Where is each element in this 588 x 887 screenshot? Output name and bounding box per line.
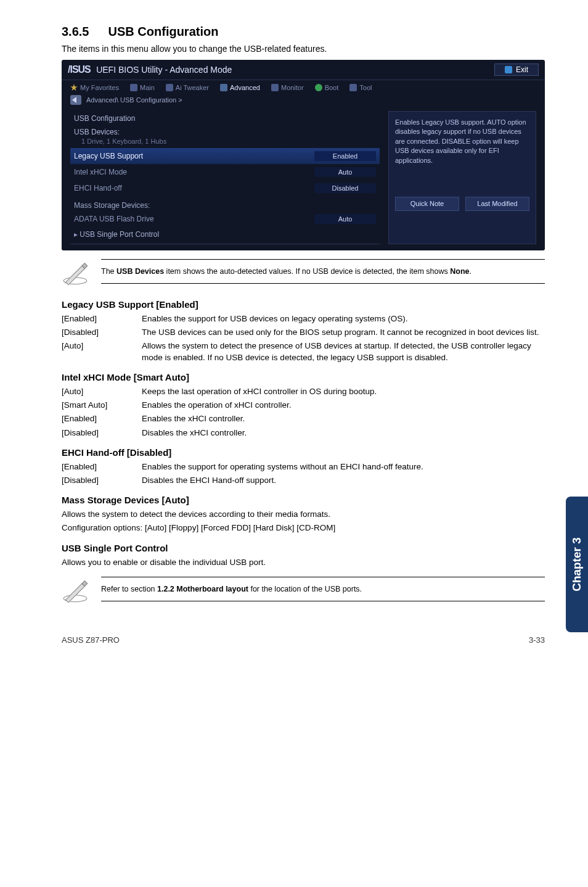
chapter-tab: Chapter 3 [566, 497, 588, 632]
devices-detail: 1 Drive, 1 Keyboard, 1 Hubs [70, 138, 380, 148]
bios-titlebar: /ISUS UEFI BIOS Utility - Advanced Mode … [62, 60, 545, 80]
help-text: Enables Legacy USB support. AUTO option … [395, 118, 529, 192]
single-port-desc: Allows you to enable or disable the indi… [62, 557, 545, 568]
row-xhci-mode[interactable]: Intel xHCI Mode Auto [70, 164, 380, 180]
option-row: [Disabled]Disables the EHCI Hand-off sup… [62, 475, 545, 486]
legacy-usb-heading: Legacy USB Support [Enabled] [62, 299, 545, 310]
note-motherboard-layout: Refer to section 1.2.2 Motherboard layou… [62, 577, 545, 606]
row-value[interactable]: Auto [314, 214, 376, 224]
option-row: [Smart Auto]Enables the operation of xHC… [62, 400, 545, 411]
tab-boot[interactable]: Boot [315, 84, 339, 91]
back-button[interactable] [70, 95, 81, 105]
section-intro: The items in this menu allow you to chan… [62, 44, 545, 54]
footer-left: ASUS Z87-PRO [62, 635, 120, 645]
tab-tool[interactable]: Tool [349, 84, 372, 91]
row-label: ADATA USB Flash Drive [74, 215, 154, 223]
mass-storage-header: Mass Storage Devices: [70, 196, 380, 211]
xhci-heading: Intel xHCI Mode [Smart Auto] [62, 372, 545, 382]
row-label: Intel xHCI Mode [74, 168, 127, 176]
footer-right: 3-33 [529, 635, 545, 645]
note-text: Refer to section 1.2.2 Motherboard layou… [101, 577, 545, 601]
breadcrumb-text: Advanced\ USB Configuration > [86, 96, 182, 104]
bios-help-panel: Enables Legacy USB support. AUTO option … [388, 111, 536, 244]
option-row: [Auto]Keeps the last operation of xHCI c… [62, 386, 545, 397]
bios-window: /ISUS UEFI BIOS Utility - Advanced Mode … [62, 60, 545, 250]
exit-label: Exit [516, 65, 528, 74]
single-port-heading: USB Single Port Control [62, 543, 545, 553]
row-ehci-handoff[interactable]: EHCI Hand-off Disabled [70, 180, 380, 196]
row-value[interactable]: Auto [314, 167, 376, 177]
row-value[interactable]: Enabled [314, 151, 376, 161]
row-label: Legacy USB Support [74, 152, 143, 160]
breadcrumb-row: Advanced\ USB Configuration > [62, 91, 545, 109]
row-legacy-usb[interactable]: Legacy USB Support Enabled [70, 148, 380, 164]
mass-storage-desc: Allows the system to detect the devices … [62, 509, 545, 520]
tool-icon [349, 84, 357, 91]
tab-advanced[interactable]: Advanced [220, 84, 260, 91]
chip-icon [220, 84, 227, 91]
quick-note-button[interactable]: Quick Note [395, 197, 459, 211]
section-heading: 3.6.5 USB Configuration [62, 25, 545, 39]
option-row: [Enabled]Enables the xHCI controller. [62, 413, 545, 424]
row-value[interactable]: Disabled [314, 183, 376, 193]
mass-storage-heading: Mass Storage Devices [Auto] [62, 495, 545, 505]
ehci-heading: EHCI Hand-off [Disabled] [62, 447, 545, 458]
section-number: 3.6.5 [62, 25, 105, 39]
exit-icon [505, 66, 512, 73]
usb-single-port-control[interactable]: USB Single Port Control [70, 227, 380, 244]
last-modified-button[interactable]: Last Modified [465, 197, 529, 211]
option-row: [Enabled]Enables the support for USB dev… [62, 313, 545, 324]
tab-monitor[interactable]: Monitor [271, 84, 304, 91]
option-row: [Enabled]Enables the support for operati… [62, 461, 545, 472]
row-mass-storage-item[interactable]: ADATA USB Flash Drive Auto [70, 211, 380, 227]
devices-header: USB Devices: [70, 124, 380, 138]
config-header: USB Configuration [70, 111, 380, 124]
monitor-icon [271, 84, 279, 91]
bios-logo: /ISUS [68, 64, 91, 75]
tab-favorites[interactable]: My Favorites [70, 84, 119, 91]
power-icon [315, 84, 322, 91]
star-icon [70, 84, 78, 91]
tab-main[interactable]: Main [130, 84, 155, 91]
option-row: [Disabled]Disables the xHCI controller. [62, 427, 545, 439]
note-text: The USB Devices item shows the auto-dete… [101, 259, 545, 284]
exit-button[interactable]: Exit [494, 64, 539, 76]
option-row: [Disabled]The USB devices can be used on… [62, 327, 545, 338]
pencil-icon [62, 259, 92, 288]
tab-tweaker[interactable]: Ai Tweaker [166, 84, 209, 91]
mass-storage-options: Configuration options: [Auto] [Floppy] [… [62, 522, 545, 534]
tweaker-icon [166, 84, 173, 91]
option-row: [Auto]Allows the system to detect the pr… [62, 340, 545, 363]
row-label: EHCI Hand-off [74, 184, 122, 192]
bios-content: USB Configuration USB Devices: 1 Drive, … [70, 111, 380, 244]
note-usb-devices: The USB Devices item shows the auto-dete… [62, 259, 545, 288]
pencil-icon [62, 577, 92, 606]
section-title: USB Configuration [108, 25, 219, 38]
list-icon [130, 84, 137, 91]
bios-tabs: My Favorites Main Ai Tweaker Advanced Mo… [62, 80, 545, 91]
page-footer: ASUS Z87-PRO 3-33 [0, 635, 588, 663]
bios-title: UEFI BIOS Utility - Advanced Mode [96, 65, 232, 75]
chapter-label: Chapter 3 [570, 537, 584, 592]
